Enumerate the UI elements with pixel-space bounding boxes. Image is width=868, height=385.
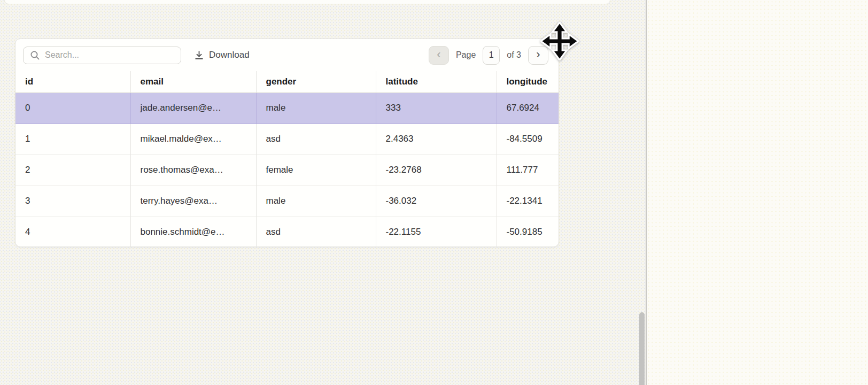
pagination: ‹ Page of 3 › bbox=[429, 46, 548, 65]
cell-gender: male bbox=[256, 186, 376, 217]
column-header-gender[interactable]: gender bbox=[256, 71, 376, 93]
data-table-card: Download ‹ Page of 3 › idemailgenderlati… bbox=[15, 38, 559, 247]
cell-id: 1 bbox=[15, 124, 130, 155]
table-row[interactable]: 0jade.andersen@e…male33367.6924 bbox=[15, 93, 559, 124]
page-count-label: of 3 bbox=[507, 50, 521, 60]
previous-page-button[interactable]: ‹ bbox=[429, 46, 449, 65]
cell-longitude: 67.6924 bbox=[497, 93, 559, 124]
next-page-button[interactable]: › bbox=[528, 46, 548, 65]
table-row[interactable]: 4bonnie.schmidt@e…asd-22.1155-50.9185 bbox=[15, 217, 559, 247]
cell-gender: asd bbox=[256, 217, 376, 247]
cell-email: jade.andersen@e… bbox=[130, 93, 256, 124]
download-button[interactable]: Download bbox=[194, 50, 250, 60]
table-row[interactable]: 1mikael.malde@ex…asd2.4363-84.5509 bbox=[15, 124, 559, 155]
table-toolbar: Download ‹ Page of 3 › bbox=[15, 39, 559, 71]
cell-email: bonnie.schmidt@e… bbox=[130, 217, 256, 247]
search-icon bbox=[30, 50, 40, 60]
column-header-id[interactable]: id bbox=[15, 71, 130, 93]
table-row[interactable]: 2rose.thomas@exa…female-23.2768111.777 bbox=[15, 155, 559, 186]
table-body: 0jade.andersen@e…male33367.69241mikael.m… bbox=[15, 93, 559, 247]
download-label: Download bbox=[209, 50, 250, 60]
page-label: Page bbox=[456, 50, 476, 60]
cell-id: 3 bbox=[15, 186, 130, 217]
cell-longitude: -22.1341 bbox=[497, 186, 559, 217]
vertical-scrollbar-thumb[interactable] bbox=[639, 312, 645, 385]
cell-id: 0 bbox=[15, 93, 130, 124]
cell-gender: female bbox=[256, 155, 376, 186]
cell-latitude: -22.1155 bbox=[376, 217, 497, 247]
cell-id: 4 bbox=[15, 217, 130, 247]
table-row[interactable]: 3terry.hayes@exa…male-36.032-22.1341 bbox=[15, 186, 559, 217]
cell-latitude: -23.2768 bbox=[376, 155, 497, 186]
column-header-email[interactable]: email bbox=[130, 71, 256, 93]
cell-longitude: -84.5509 bbox=[497, 124, 559, 155]
cell-email: mikael.malde@ex… bbox=[130, 124, 256, 155]
data-table: idemailgenderlatitudelongitude 0jade.and… bbox=[15, 71, 559, 247]
column-header-latitude[interactable]: latitude bbox=[376, 71, 497, 93]
scrolled-card-edge bbox=[4, 0, 610, 4]
chevron-right-icon: › bbox=[536, 49, 540, 60]
page-number-input[interactable] bbox=[483, 46, 500, 65]
search-field-wrap bbox=[23, 47, 181, 64]
chevron-left-icon: ‹ bbox=[437, 49, 440, 60]
cell-email: terry.hayes@exa… bbox=[130, 186, 256, 217]
cell-gender: asd bbox=[256, 124, 376, 155]
cell-latitude: -36.032 bbox=[376, 186, 497, 217]
cell-gender: male bbox=[256, 93, 376, 124]
cell-id: 2 bbox=[15, 155, 130, 186]
cell-longitude: 111.777 bbox=[497, 155, 559, 186]
cell-latitude: 333 bbox=[376, 93, 497, 124]
search-input[interactable] bbox=[23, 47, 181, 64]
cell-longitude: -50.9185 bbox=[497, 217, 559, 247]
content-pane: Download ‹ Page of 3 › idemailgenderlati… bbox=[0, 0, 646, 385]
column-header-longitude[interactable]: longitude bbox=[497, 71, 559, 93]
download-icon bbox=[194, 50, 204, 60]
cell-latitude: 2.4363 bbox=[376, 124, 497, 155]
table-header-row: idemailgenderlatitudelongitude bbox=[15, 71, 559, 93]
right-pane bbox=[647, 0, 868, 385]
cell-email: rose.thomas@exa… bbox=[130, 155, 256, 186]
